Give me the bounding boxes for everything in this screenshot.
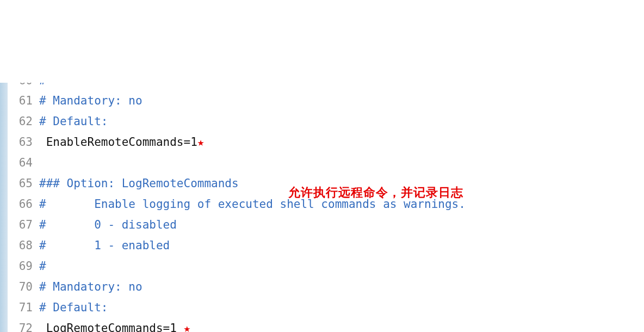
code-line: 64: [0, 152, 644, 173]
code-line: 63 EnableRemoteCommands=1★: [0, 132, 644, 152]
annotation-overlay: 允许执行远程命令，并记录日志: [288, 182, 463, 203]
code-line: 72 LogRemoteCommands=1 ★: [0, 318, 644, 332]
code-line: 71# Default:: [0, 297, 644, 318]
line-content: # Default:: [39, 297, 108, 318]
code-line: 70# Mandatory: no: [0, 276, 644, 297]
code-line: 68# 1 - enabled: [0, 235, 644, 256]
code-line: 60#: [0, 83, 644, 90]
code-line: 67# 0 - disabled: [0, 214, 644, 235]
line-content: LogRemoteCommands=1: [39, 318, 184, 332]
code-line: 61# Mandatory: no: [0, 90, 644, 111]
line-content: # 1 - enabled: [39, 235, 170, 256]
code-line: 69#: [0, 256, 644, 276]
star-icon: ★: [184, 318, 191, 332]
line-content: #: [39, 256, 46, 276]
line-content: ### Option: LogRemoteCommands: [39, 173, 239, 194]
line-content: # Mandatory: no: [39, 276, 143, 297]
line-content: EnableRemoteCommands=1: [39, 132, 197, 152]
code-line: 62# Default:: [0, 111, 644, 132]
line-content: # Default:: [39, 111, 108, 132]
line-content: # Mandatory: no: [39, 90, 143, 111]
line-content: # 0 - disabled: [39, 214, 177, 235]
line-content: #: [39, 83, 46, 90]
code-block: 60#61# Mandatory: no62# Default:63 Enabl…: [0, 83, 644, 332]
star-icon: ★: [197, 132, 205, 152]
